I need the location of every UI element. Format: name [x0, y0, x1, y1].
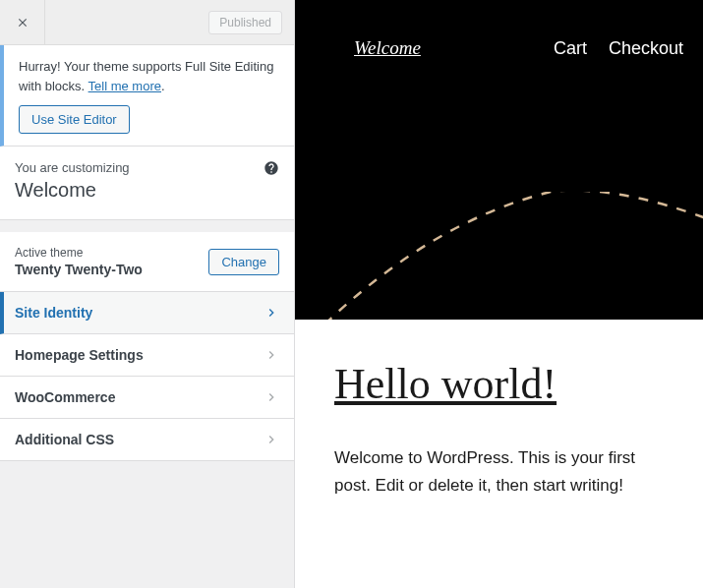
active-theme-label: Active theme — [15, 246, 143, 260]
nav-item-label: Additional CSS — [15, 432, 114, 447]
chevron-right-icon — [264, 347, 279, 363]
fse-notice: Hurray! Your theme supports Full Site Ed… — [0, 45, 294, 147]
close-icon — [16, 16, 29, 29]
use-site-editor-button[interactable]: Use Site Editor — [19, 105, 130, 134]
hero-section: Welcome CartCheckout — [295, 0, 703, 320]
nav-item-woocommerce[interactable]: WooCommerce — [0, 377, 294, 419]
notice-period: . — [161, 79, 165, 93]
chevron-right-icon — [264, 432, 279, 447]
customizing-header: You are customizing Welcome — [0, 147, 294, 220]
active-theme-block: Active theme Twenty Twenty-Two Change — [0, 232, 294, 292]
nav-link-checkout[interactable]: Checkout — [609, 38, 683, 59]
chevron-right-icon — [264, 305, 279, 321]
tell-me-more-link[interactable]: Tell me more — [88, 79, 161, 93]
nav-link-cart[interactable]: Cart — [554, 38, 587, 59]
publish-status-button[interactable]: Published — [208, 11, 282, 34]
customizer-nav: Site IdentityHomepage SettingsWooCommerc… — [0, 292, 294, 461]
customizer-sidebar: Published Hurray! Your theme supports Fu… — [0, 0, 295, 588]
active-theme-name: Twenty Twenty-Two — [15, 262, 143, 277]
hero-nav: Welcome CartCheckout — [295, 0, 703, 59]
nav-item-label: WooCommerce — [15, 389, 115, 405]
change-theme-button[interactable]: Change — [208, 249, 279, 275]
close-button[interactable] — [0, 0, 45, 45]
customizing-label: You are customizing — [15, 160, 279, 175]
chevron-right-icon — [264, 389, 279, 405]
site-title-link[interactable]: Welcome — [354, 37, 421, 59]
post-body: Welcome to WordPress. This is your first… — [334, 444, 659, 500]
hero-links: CartCheckout — [554, 38, 683, 59]
decorative-curve — [295, 192, 703, 320]
help-icon[interactable] — [264, 160, 279, 176]
post-title[interactable]: Hello world! — [334, 359, 664, 409]
site-preview: Welcome CartCheckout Hello world! Welcom… — [295, 0, 703, 588]
nav-item-label: Homepage Settings — [15, 347, 144, 363]
nav-item-homepage-settings[interactable]: Homepage Settings — [0, 334, 294, 377]
post-content: Hello world! Welcome to WordPress. This … — [295, 320, 703, 539]
page-title: Welcome — [15, 179, 279, 202]
nav-item-site-identity[interactable]: Site Identity — [0, 292, 294, 334]
nav-item-label: Site Identity — [15, 305, 92, 321]
top-bar: Published — [0, 0, 294, 45]
notice-text: Hurray! Your theme supports Full Site Ed… — [19, 57, 279, 95]
nav-item-additional-css[interactable]: Additional CSS — [0, 419, 294, 461]
